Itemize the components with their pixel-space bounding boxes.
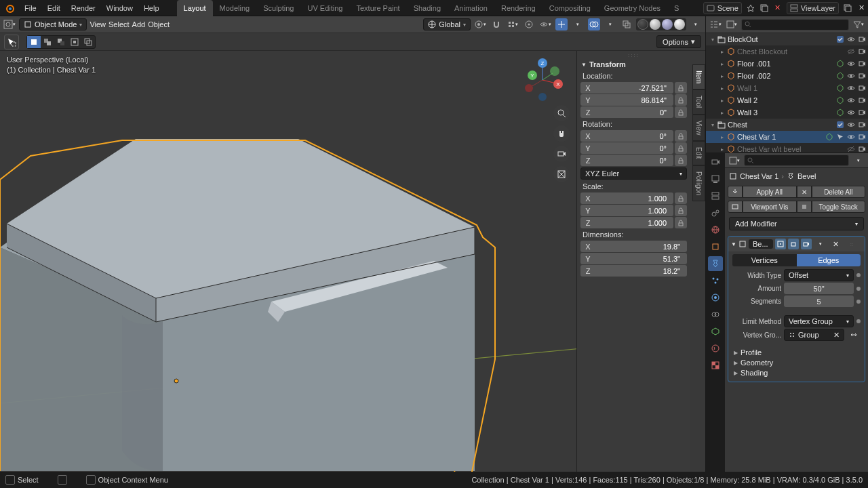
outliner-editor-icon[interactable]: ▾ <box>709 18 722 30</box>
outliner-row[interactable]: ▸Chest Blockout <box>706 45 868 58</box>
mod-icon[interactable] <box>825 132 834 142</box>
outliner-row[interactable]: ▾BlockOut <box>706 33 868 45</box>
new-scene-icon[interactable] <box>758 2 770 14</box>
tab-view-side[interactable]: View <box>692 115 705 142</box>
menu-file[interactable]: File <box>19 0 42 16</box>
shading-wireframe[interactable] <box>637 19 648 30</box>
dim-z-field[interactable]: Z18.2" <box>580 265 687 277</box>
expand-icon[interactable]: ▸ <box>718 85 726 92</box>
vis-icon[interactable] <box>846 47 856 56</box>
item-name[interactable]: Chest <box>728 121 834 129</box>
item-name[interactable]: Wall 1 <box>737 84 834 92</box>
modifier-extras-icon[interactable]: ▾ <box>814 238 827 250</box>
delete-all-button[interactable]: Delete All <box>812 186 866 198</box>
expand-icon[interactable]: ▾ <box>709 37 717 43</box>
sel-icon[interactable] <box>835 132 845 142</box>
location-y-field[interactable]: Y86.814" <box>580 94 673 106</box>
item-name[interactable]: Wall 3 <box>737 108 834 117</box>
menu-add[interactable]: Add <box>132 20 146 28</box>
rotation-y-field[interactable]: Y0° <box>580 142 673 154</box>
anim-dot[interactable] <box>856 273 861 277</box>
mod-icon[interactable] <box>835 96 845 105</box>
item-name[interactable]: Chest Var w\t bevel <box>737 145 845 152</box>
menu-render[interactable]: Render <box>66 0 101 16</box>
snap-icon[interactable] <box>490 18 502 30</box>
outliner-row[interactable]: ▸Chest Var w\t bevel <box>706 143 868 152</box>
outliner-row[interactable]: ▾Chest <box>706 119 868 131</box>
outliner-row[interactable]: ▸Wall 2 <box>706 94 868 106</box>
apply-all-button[interactable]: Apply All <box>743 186 797 198</box>
check-icon[interactable] <box>835 35 845 44</box>
outliner-row[interactable]: ▸Floor .002 <box>706 70 868 82</box>
vis-icon[interactable] <box>846 144 856 152</box>
cam-icon[interactable] <box>857 120 867 129</box>
props-search[interactable] <box>744 155 849 166</box>
select-invert-icon[interactable] <box>68 36 81 48</box>
anim-dot[interactable] <box>856 287 861 291</box>
outliner-row[interactable]: ▸Floor .001 <box>706 58 868 70</box>
nav-gizmo[interactable]: X Y Z <box>519 56 566 104</box>
select-intersect-icon[interactable] <box>81 36 95 48</box>
3d-viewport[interactable]: User Perspective (Local) (1) Collection … <box>0 51 705 472</box>
affect-vertices[interactable]: Vertices <box>732 254 797 266</box>
visibility-filter-icon[interactable]: ▾ <box>539 18 551 30</box>
ptab-constraints[interactable] <box>708 307 723 322</box>
menu-view[interactable]: View <box>90 20 106 28</box>
tab-tool[interactable]: Tool <box>692 89 705 114</box>
proportional-edit-icon[interactable] <box>523 18 535 30</box>
tab-rendering[interactable]: Rendering <box>494 0 542 16</box>
mode-dropdown[interactable]: Object Mode▾ <box>19 18 87 30</box>
cam-icon[interactable] <box>857 83 867 93</box>
delete-all-icon[interactable]: ✕ <box>797 186 812 198</box>
outliner-row[interactable]: ▸Wall 3 <box>706 106 868 119</box>
cam-icon[interactable] <box>857 96 867 105</box>
tab-modeling[interactable]: Modeling <box>213 0 257 16</box>
add-modifier-dropdown[interactable]: Add Modifier▾ <box>729 217 864 230</box>
expand-icon[interactable]: ▸ <box>718 98 726 104</box>
eye-icon[interactable] <box>846 59 856 68</box>
orientation-dropdown[interactable]: Global▾ <box>423 18 471 30</box>
pivot-icon[interactable]: ▾ <box>474 18 486 30</box>
tab-item[interactable]: Item <box>692 64 705 89</box>
viewport-vis-button[interactable]: Viewport Vis <box>743 201 797 213</box>
outliner-row[interactable]: ▸Chest Var 1 <box>706 131 868 143</box>
gizmo-settings-icon[interactable]: ▾ <box>572 18 584 30</box>
expand-icon[interactable]: ▸ <box>718 134 726 140</box>
cam-icon[interactable] <box>857 144 867 152</box>
outliner[interactable]: ▾BlockOut▸Chest Blockout▸Floor .001▸Floo… <box>706 33 868 152</box>
rotation-z-field[interactable]: Z0° <box>580 155 673 166</box>
pan-icon[interactable] <box>553 125 570 142</box>
scene-selector[interactable]: Scene <box>703 2 742 14</box>
props-editor-icon[interactable]: ▾ <box>728 155 741 167</box>
modifier-header[interactable]: ▼ Be... ▾ ✕ :: <box>728 237 865 251</box>
ptab-data[interactable] <box>708 324 723 339</box>
tab-geometry-nodes[interactable]: Geometry Nodes <box>597 0 667 16</box>
lock-icon[interactable] <box>675 130 687 142</box>
cam-icon[interactable] <box>857 71 867 81</box>
mod-on-cage-icon[interactable] <box>775 239 786 249</box>
lock-icon[interactable] <box>675 142 687 154</box>
eye-icon[interactable] <box>846 132 856 142</box>
menu-edit[interactable]: Edit <box>42 0 66 16</box>
overlays-settings-icon[interactable]: ▾ <box>604 18 616 30</box>
menu-help[interactable]: Help <box>138 0 165 16</box>
lock-icon[interactable] <box>675 82 687 94</box>
segments-field[interactable]: 5 <box>784 296 854 307</box>
ptab-world[interactable] <box>708 222 723 237</box>
limit-method-dropdown[interactable]: Vertex Group▾ <box>784 315 854 327</box>
menu-object[interactable]: Object <box>148 20 170 28</box>
rotation-x-field[interactable]: X0° <box>580 130 673 142</box>
tab-texture-paint[interactable]: Texture Paint <box>349 0 406 16</box>
ptab-particles[interactable] <box>708 273 723 288</box>
expand-icon[interactable]: ▸ <box>718 73 726 79</box>
ptab-scene[interactable] <box>708 205 723 220</box>
ptab-physics[interactable] <box>708 290 723 305</box>
ptab-modifiers[interactable] <box>708 256 723 271</box>
breadcrumb-object[interactable]: Chest Var 1 <box>740 172 778 180</box>
width-type-dropdown[interactable]: Offset▾ <box>784 269 854 281</box>
item-name[interactable]: Chest Var 1 <box>737 133 823 141</box>
select-new-icon[interactable] <box>27 36 41 48</box>
editor-type-icon[interactable]: ▾ <box>3 18 16 30</box>
delete-scene-icon[interactable]: ✕ <box>772 2 784 14</box>
viewlayer-selector[interactable]: ViewLayer <box>787 2 839 14</box>
